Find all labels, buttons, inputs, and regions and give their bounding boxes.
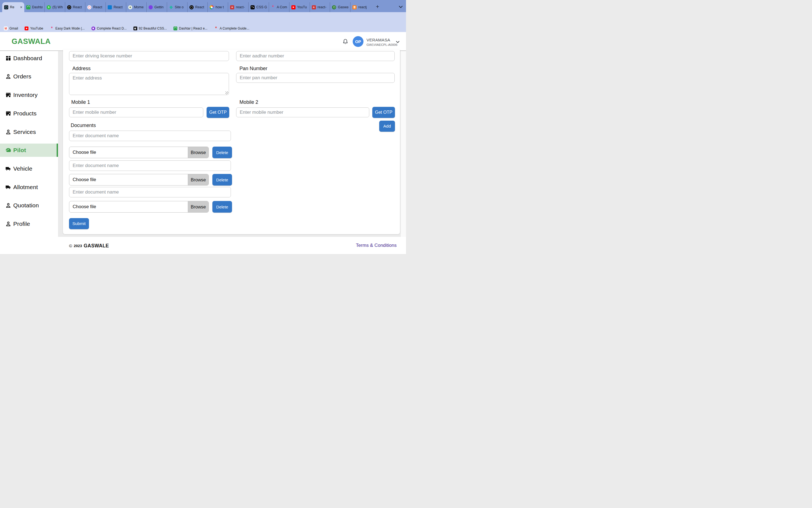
delete-document-button-1[interactable]: Delete: [212, 146, 232, 158]
tab-search-chevron-icon[interactable]: [398, 4, 404, 10]
purple-badge-icon: [91, 27, 95, 30]
mobile2-input[interactable]: [236, 108, 369, 117]
address-textarea[interactable]: [69, 73, 229, 95]
textarea-resize-handle[interactable]: [226, 91, 229, 94]
browse-button-3[interactable]: Browse: [188, 201, 208, 212]
user-avatar[interactable]: OP: [353, 36, 363, 47]
user-name: VERAMASA: [366, 38, 390, 42]
tab-site[interactable]: Site o: [167, 2, 187, 12]
whatsapp-icon: 5: [47, 5, 51, 9]
truck-icon: [5, 184, 12, 190]
css-gradients-icon: [250, 5, 255, 9]
sidebar-item-profile[interactable]: Profile: [0, 217, 58, 231]
add-document-button[interactable]: Add: [379, 121, 395, 132]
app-footer: [0, 237, 406, 254]
documents-label: Documents: [71, 123, 96, 128]
sidebar-item-products[interactable]: Products: [0, 107, 58, 120]
address-label: Address: [72, 66, 91, 72]
file-input-2[interactable]: Choose file Browse: [69, 174, 209, 185]
tab-css-gradients[interactable]: CSS G: [248, 2, 269, 12]
asterisk-red-icon: *: [214, 27, 218, 30]
pan-number-input[interactable]: [236, 73, 395, 83]
person-icon: [5, 221, 12, 227]
tab-dashtar[interactable]: Dashta: [24, 2, 44, 12]
person-icon: [5, 202, 12, 209]
tab-youtube[interactable]: YouTu: [289, 2, 310, 12]
browse-button-2[interactable]: Browse: [188, 174, 208, 185]
mobile1-input[interactable]: [69, 108, 203, 117]
browser-tab-bar: Re × Dashta 5(5) Wh React React React Mo…: [0, 0, 406, 12]
tab-react-active[interactable]: Re ×: [2, 2, 24, 12]
scrollbar-track[interactable]: [401, 51, 406, 237]
aadhar-number-input[interactable]: [236, 51, 395, 61]
bookmark-beautiful-css[interactable]: 92 Beautiful CSS...: [133, 27, 167, 30]
youtube-icon: [25, 27, 29, 30]
sidebar-item-dashboard[interactable]: Dashboard: [0, 51, 58, 65]
tab-react-2[interactable]: React: [85, 2, 106, 12]
stackoverflow-icon: [353, 5, 357, 9]
mobile2-label: Mobile 2: [239, 99, 258, 105]
document-name-input-1[interactable]: [69, 131, 231, 141]
tab-reactjs[interactable]: reactj: [350, 2, 371, 12]
terms-and-conditions-link[interactable]: Terms & Conditions: [356, 243, 397, 248]
sidebar-item-allotment[interactable]: Allotment: [0, 180, 58, 194]
browser-toolbar: localhost:3001/addDriver s: [0, 12, 406, 25]
tab-strip: Re × Dashta 5(5) Wh React React React Mo…: [2, 2, 371, 12]
tab-npm-2[interactable]: nreact-: [310, 2, 330, 12]
tab-react-mui[interactable]: React: [106, 2, 126, 12]
bookmark-dashtar[interactable]: Dashtar | React e...: [173, 27, 207, 30]
delete-document-button-2[interactable]: Delete: [212, 174, 232, 185]
sidebar-item-quotation[interactable]: Quotation: [0, 199, 58, 212]
submit-button[interactable]: Submit: [69, 218, 89, 229]
browse-button-1[interactable]: Browse: [188, 147, 208, 158]
driving-license-input[interactable]: [69, 51, 229, 61]
new-tab-button[interactable]: +: [373, 2, 382, 11]
tab-guide[interactable]: *A Com: [269, 2, 289, 12]
file-input-3[interactable]: Choose file Browse: [69, 201, 209, 213]
tab-gaswala[interactable]: Gaswa: [330, 2, 350, 12]
sidebar-item-orders[interactable]: Orders: [0, 70, 58, 83]
get-otp-button-2[interactable]: Get OTP: [372, 107, 395, 118]
tab-momentum[interactable]: Mome: [126, 2, 147, 12]
bookmark-easy-dark-mode[interactable]: *Easy Dark Mode (...: [50, 27, 85, 30]
mobile1-label: Mobile 1: [71, 99, 90, 105]
storefront-icon: [5, 92, 12, 98]
tab-npm-1[interactable]: nreact-: [228, 2, 248, 12]
get-otp-button-1[interactable]: Get OTP: [207, 107, 229, 118]
file-input-1[interactable]: Choose file Browse: [69, 146, 209, 158]
tab-google-search[interactable]: how t: [207, 2, 228, 12]
bookmarks-bar: MGmail YouTube *Easy Dark Mode (... Comp…: [0, 25, 406, 32]
sidebar-item-pilot[interactable]: Pilot: [0, 143, 58, 157]
document-name-input-3[interactable]: [69, 187, 231, 198]
storefront-icon: [5, 110, 12, 117]
document-name-input-2[interactable]: [69, 160, 231, 171]
truck-icon: [5, 165, 12, 172]
bookmark-complete-guide[interactable]: *A Complete Guide...: [214, 27, 249, 30]
tab-whatsapp[interactable]: 5(5) Wh: [44, 2, 65, 12]
react-circle-icon: [67, 5, 71, 9]
tab-react-1[interactable]: React: [65, 2, 85, 12]
sidebar: Dashboard Orders Inventory Products Serv…: [0, 51, 58, 237]
sidebar-item-vehicle[interactable]: Vehicle: [0, 162, 58, 176]
google-icon: [210, 5, 214, 9]
delete-document-button-3[interactable]: Delete: [212, 201, 232, 213]
sidebar-item-services[interactable]: Services: [0, 125, 58, 139]
clock-icon: [128, 5, 132, 9]
close-icon[interactable]: ×: [20, 5, 23, 9]
copyright-text: © 2023 GASWALE: [69, 243, 109, 249]
redux-icon: [149, 5, 153, 9]
react-atom-icon: [87, 5, 91, 9]
notifications-bell-icon[interactable]: [342, 38, 349, 45]
tab-react-3[interactable]: React: [187, 2, 208, 12]
tab-redux[interactable]: Gettin: [147, 2, 167, 12]
cursor-icon: [133, 27, 137, 30]
app-logo[interactable]: GASWALA: [12, 37, 51, 46]
mui-icon: [108, 5, 112, 9]
bookmark-gmail[interactable]: MGmail: [4, 27, 18, 30]
youtube-icon: [291, 5, 295, 9]
diamond-icon: [169, 5, 173, 9]
bookmark-complete-react[interactable]: Complete React D...: [91, 27, 127, 30]
sidebar-item-inventory[interactable]: Inventory: [0, 88, 58, 102]
user-menu-chevron-icon[interactable]: [395, 39, 401, 45]
bookmark-youtube[interactable]: YouTube: [25, 27, 43, 30]
